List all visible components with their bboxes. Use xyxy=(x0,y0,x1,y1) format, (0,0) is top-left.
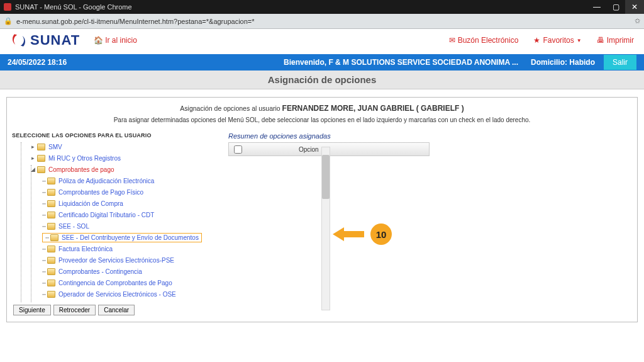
folder-icon xyxy=(47,212,55,218)
folder-icon xyxy=(37,144,45,150)
scroll-thumb[interactable] xyxy=(322,155,330,199)
tree-label: SMV xyxy=(48,144,62,150)
tree-label: Póliza de Adjudicación Electrónica xyxy=(58,178,154,184)
step-badge: 10 xyxy=(370,223,392,245)
domicilio-text: Domicilio: Habido xyxy=(531,58,595,67)
tree-item[interactable]: ⋯Comprobantes - Contingencia xyxy=(18,266,207,277)
siguiente-button[interactable]: Siguiente xyxy=(13,305,51,315)
url-text[interactable]: e-menu.sunat.gob.pe/cl-ti-itmenu/MenuInt… xyxy=(16,18,255,25)
tree-label: Comprobantes de pago xyxy=(48,166,114,173)
bookmark-star-icon[interactable]: ✩ xyxy=(635,17,640,25)
retroceder-button[interactable]: Retroceder xyxy=(53,305,96,315)
expand-icon[interactable]: ▸ xyxy=(30,155,36,161)
sunat-logo: SUNAT xyxy=(10,31,80,49)
tree-label: Comprobantes de Pago Físico xyxy=(58,189,143,196)
home-link-label: Ir al inicio xyxy=(105,36,137,45)
buzon-label: Buzón Electrónico xyxy=(458,36,519,45)
app-header: SUNAT 🏠 Ir al inicio ✉ Buzón Electrónico… xyxy=(0,29,644,54)
folder-icon xyxy=(47,268,55,275)
page-title: Asignación de opciones xyxy=(0,71,644,89)
cancelar-button[interactable]: Cancelar xyxy=(98,305,135,315)
imprimir-link[interactable]: 🖶 Imprimir xyxy=(597,36,634,45)
salir-button[interactable]: Salir xyxy=(604,55,636,70)
favicon xyxy=(4,3,11,11)
arrow-left-icon xyxy=(333,227,364,241)
tree-label: Proveedor de Servicios Electrónicos-PSE xyxy=(58,257,174,264)
tree-label: SEE - Del Contribuyente y Envío de Docum… xyxy=(62,234,199,241)
folder-icon xyxy=(37,166,45,173)
folder-icon xyxy=(47,189,55,196)
folder-icon xyxy=(47,257,55,264)
folder-icon xyxy=(47,246,55,252)
folder-icon xyxy=(47,302,55,303)
tree-label: Contingencia de Comprobantes de Pago xyxy=(58,280,172,286)
status-bar: 24/05/2022 18:16 Bienvenido, F & M SOLUT… xyxy=(0,54,644,71)
tree-scrollbar[interactable] xyxy=(321,147,330,310)
tree-label: SEE - SOL xyxy=(58,223,89,230)
tree-item[interactable]: ⋯Operador de Servicios Electrónicos - OS… xyxy=(18,288,207,300)
welcome-text: Bienvenido, F & M SOLUTIONS SERVICE SOCI… xyxy=(284,58,518,67)
assign-heading: Asignación de opciones al usuario FERNAN… xyxy=(11,104,633,113)
folder-icon xyxy=(47,291,55,298)
window-title: SUNAT - Menú SOL - Google Chrome xyxy=(15,3,132,11)
folder-icon xyxy=(47,280,55,286)
address-bar: 🔒 e-menu.sunat.gob.pe/cl-ti-itmenu/MenuI… xyxy=(0,14,644,29)
tree-item[interactable]: ⋯Certificado Digital Tributario - CDT xyxy=(18,209,207,220)
home-link[interactable]: 🏠 Ir al inicio xyxy=(94,36,137,45)
lock-icon: 🔒 xyxy=(4,17,13,25)
tree-label: Factura Electrónica xyxy=(58,246,113,252)
select-all-checkbox[interactable] xyxy=(234,145,242,154)
options-tree[interactable]: ▸SMV ▸Mi RUC y Otros Registros ◢Comproba… xyxy=(12,141,207,302)
svg-marker-0 xyxy=(333,227,364,241)
folder-icon xyxy=(47,178,55,184)
window-close[interactable]: ✕ xyxy=(625,0,644,14)
left-subtitle: SELECCIONE LAS OPCIONES PARA EL USUARIO xyxy=(12,132,207,139)
tree-label: Comprobantes - Contingencia xyxy=(58,268,142,275)
resumen-link[interactable]: Resumen de opciones asignadas xyxy=(228,132,632,140)
tree-item[interactable]: ⋯Póliza de Adjudicación Electrónica xyxy=(18,175,207,186)
sunat-mark-icon xyxy=(10,31,28,49)
opcion-header-label: Opcion xyxy=(299,146,319,153)
tree-item-comprobantes[interactable]: ◢Comprobantes de pago xyxy=(18,164,207,175)
expand-icon[interactable]: ▸ xyxy=(30,144,36,150)
tree-item-see-contribuyente[interactable]: ⋯SEE - Del Contribuyente y Envío de Docu… xyxy=(18,232,207,243)
tree-item[interactable]: ⋯Comprobantes de Pago Físico xyxy=(18,186,207,198)
folder-icon xyxy=(47,200,55,207)
window-titlebar: SUNAT - Menú SOL - Google Chrome — ▢ ✕ xyxy=(0,0,644,14)
favoritos-link[interactable]: ★ Favoritos ▼ xyxy=(533,36,581,45)
home-icon: 🏠 xyxy=(94,36,103,45)
tree-item[interactable]: ⋯Liquidación de Compra xyxy=(18,198,207,209)
tree-label: Sistema Emisión Electrónica - OSE xyxy=(58,302,157,303)
imprimir-label: Imprimir xyxy=(607,36,634,45)
tree-item[interactable]: ⋯Proveedor de Servicios Electrónicos-PSE xyxy=(18,254,207,266)
tree-item[interactable]: ⋯SEE - SOL xyxy=(18,220,207,232)
favoritos-label: Favoritos xyxy=(543,36,574,45)
assign-prefix: Asignación de opciones al usuario xyxy=(180,105,280,112)
sunat-logo-text: SUNAT xyxy=(30,32,80,48)
tree-item-smv[interactable]: ▸SMV xyxy=(18,141,207,152)
window-minimize[interactable]: — xyxy=(587,0,606,14)
datetime-text: 24/05/2022 18:16 xyxy=(8,58,67,67)
step-annotation: 10 xyxy=(333,223,392,245)
print-icon: 🖶 xyxy=(597,36,604,45)
assign-subtext: Para asignar determinadas opciones del M… xyxy=(11,116,633,123)
star-icon: ★ xyxy=(533,36,540,45)
options-panel: Asignación de opciones al usuario FERNAN… xyxy=(6,97,638,322)
tree-label: Operador de Servicios Electrónicos - OSE xyxy=(58,291,176,298)
folder-icon xyxy=(47,223,55,230)
folder-icon xyxy=(50,234,58,241)
buzon-link[interactable]: ✉ Buzón Electrónico xyxy=(449,36,519,45)
tree-item[interactable]: ⋯Contingencia de Comprobantes de Pago xyxy=(18,277,207,288)
mail-icon: ✉ xyxy=(449,36,455,45)
folder-icon xyxy=(37,155,45,162)
tree-label: Mi RUC y Otros Registros xyxy=(48,155,121,162)
assign-user: FERNANDEZ MORE, JUAN GABRIEL ( GABRIELF … xyxy=(282,104,464,113)
tree-label: Liquidación de Compra xyxy=(58,200,123,207)
tree-item-mi-ruc[interactable]: ▸Mi RUC y Otros Registros xyxy=(18,152,207,164)
tree-item[interactable]: ⋯Factura Electrónica xyxy=(18,243,207,254)
tree-label: Certificado Digital Tributario - CDT xyxy=(58,212,154,218)
window-maximize[interactable]: ▢ xyxy=(606,0,625,14)
chevron-down-icon: ▼ xyxy=(577,38,582,43)
tree-item[interactable]: ⋯Sistema Emisión Electrónica - OSE xyxy=(18,300,207,302)
